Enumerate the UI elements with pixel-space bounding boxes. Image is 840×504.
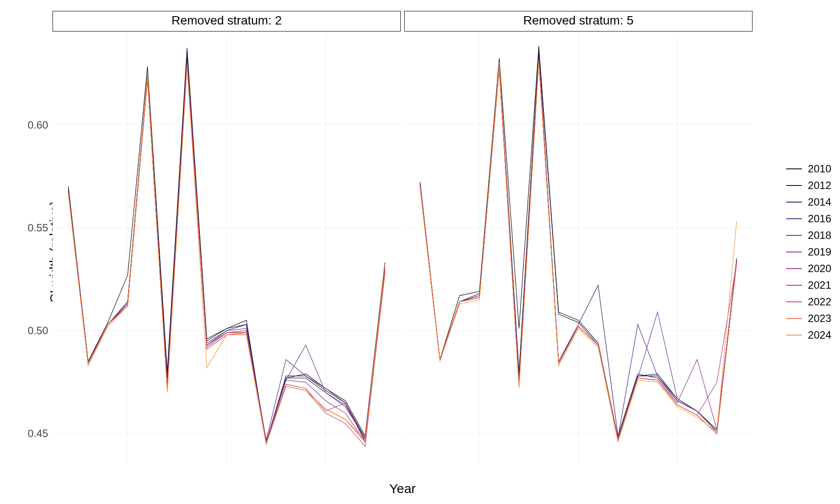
legend-label: 2023	[808, 312, 831, 325]
legend-key-icon	[786, 334, 802, 336]
legend-label: 2021	[808, 279, 831, 291]
legend-label: 2022	[808, 296, 831, 308]
legend-item-2021: 2021	[786, 279, 831, 291]
legend-item-2018: 2018	[786, 229, 831, 242]
legend-item-2020: 2020	[786, 262, 831, 275]
legend-label: 2024	[808, 329, 831, 341]
legend-key-icon	[786, 318, 802, 319]
plot-grid: Removed stratum: 2 201020152020 Removed …	[52, 11, 752, 465]
legend-item-2022: 2022	[786, 296, 831, 308]
legend-item-2016: 2016	[786, 213, 831, 225]
panel-1: 201020152020	[404, 32, 752, 465]
legend-item-2014: 2014	[786, 196, 831, 208]
legend-key-icon	[786, 185, 802, 186]
legend-label: 2019	[808, 246, 831, 258]
legend-key-icon	[786, 268, 802, 270]
legend-label: 2010	[808, 163, 831, 175]
legend-key-icon	[786, 201, 802, 203]
legend-label: 2012	[808, 179, 831, 192]
legend-key-icon	[786, 301, 802, 303]
facet-strip-0: Removed stratum: 2	[52, 11, 401, 32]
figure: CI width (relative) Removed stratum: 2 2…	[0, 0, 840, 504]
legend-key-icon	[786, 218, 802, 220]
legend-item-2019: 2019	[786, 246, 831, 258]
y-tick-label: 0.50	[28, 325, 48, 337]
facet-strip-1: Removed stratum: 5	[404, 11, 752, 32]
legend-key-icon	[786, 284, 802, 286]
legend-key-icon	[786, 234, 802, 236]
facet-1: Removed stratum: 5 201020152020	[404, 11, 752, 465]
legend-label: 2020	[808, 262, 831, 275]
y-tick-label: 0.45	[28, 427, 48, 440]
y-tick-label: 0.60	[28, 119, 48, 131]
panel-0: 201020152020	[52, 32, 401, 465]
legend-label: 2018	[808, 229, 831, 242]
legend-item-2023: 2023	[786, 312, 831, 325]
legend-item-2010: 2010	[786, 163, 831, 175]
legend-key-icon	[786, 168, 802, 170]
legend-item-2012: 2012	[786, 179, 831, 192]
legend: 2010201220142016201820192020202120222023…	[786, 158, 831, 346]
y-tick-label: 0.55	[28, 222, 48, 234]
legend-label: 2016	[808, 213, 831, 225]
legend-label: 2014	[808, 196, 831, 208]
x-axis-label: Year	[52, 481, 752, 496]
legend-item-2024: 2024	[786, 329, 831, 341]
facet-0: Removed stratum: 2 201020152020	[52, 11, 401, 465]
legend-key-icon	[786, 251, 802, 253]
